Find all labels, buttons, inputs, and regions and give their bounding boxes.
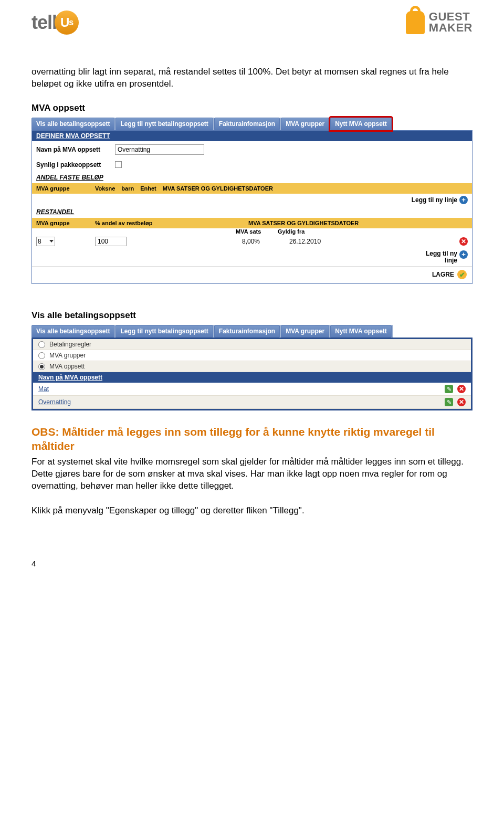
tab2-vis-alle[interactable]: Vis alle betalingsoppsett	[32, 325, 114, 338]
edit-icon[interactable]: ✎	[445, 398, 453, 406]
col-barn: barn	[121, 185, 134, 192]
intro-paragraph: overnatting blir lagt inn separat, må re…	[32, 66, 472, 90]
name-input[interactable]: Overnatting	[115, 144, 204, 155]
col2-andel: % andel av restbeløp	[95, 220, 242, 226]
lock-icon	[406, 11, 425, 34]
mva-panel: DEFINER MVA OPPSETT Navn på MVA oppsett …	[32, 130, 472, 284]
col2-gyldig: Gyldig fra	[278, 228, 304, 235]
tab2-nytt-mva[interactable]: Nytt MVA oppsett	[330, 325, 392, 338]
delete-icon[interactable]: ✕	[457, 398, 466, 406]
list-header: Navn på MVA oppsett	[33, 372, 471, 383]
logo-circle: Us	[55, 10, 79, 35]
section2-title: Vis alle betalingsoppsett	[32, 310, 472, 321]
col-gruppe: MVA gruppe	[36, 185, 89, 192]
edit-icon[interactable]: ✎	[445, 385, 453, 393]
tellus-logo: tell Us	[32, 10, 79, 35]
visible-checkbox[interactable]	[115, 161, 122, 168]
gruppe-select[interactable]: 8	[36, 237, 55, 246]
col2-gruppe: MVA gruppe	[36, 220, 89, 226]
rest-row: 8 100 8,00% 26.12.2010 ✕	[32, 235, 472, 248]
visible-label: Synlig i pakkeoppsett	[36, 161, 110, 168]
panel-header-definer: DEFINER MVA OPPSETT	[32, 131, 472, 141]
add-line-2[interactable]: Legg til ny linje +	[32, 248, 472, 266]
visible-row: Synlig i pakkeoppsett	[32, 158, 472, 172]
radio-icon	[38, 341, 45, 348]
gyldig-value: 26.12.2010	[289, 238, 321, 245]
radio-icon	[38, 363, 45, 370]
col2-satser: MVA SATSER OG GYLDIGHETSDATOER	[248, 220, 359, 226]
page-header: tell Us GUEST MAKER	[32, 10, 472, 35]
obs-body: For at systemet skal vite hvilke momsreg…	[32, 456, 472, 492]
cols1: MVA gruppe Voksne barn Enhet MVA SATSER …	[32, 183, 472, 194]
radio-icon	[38, 352, 45, 359]
list-row-mat: Mat ✎ ✕	[33, 383, 471, 396]
delete-icon[interactable]: ✕	[459, 237, 468, 246]
delete-icon[interactable]: ✕	[457, 385, 466, 393]
link-overnatting[interactable]: Overnatting	[38, 398, 71, 406]
logo-text: tell	[32, 12, 57, 34]
tab-vis-alle[interactable]: Vis alle betalingsoppsett	[32, 118, 114, 130]
radio-mva-oppsett[interactable]: MVA oppsett	[33, 361, 471, 372]
save-button[interactable]: ✔	[457, 270, 467, 279]
radio-betalingsregler[interactable]: Betalingsregler	[33, 339, 471, 350]
col2-sats: MVA sats	[236, 228, 278, 235]
obs-heading: OBS: Måltider må legges inn som tillegg …	[32, 425, 472, 453]
add-line-1[interactable]: Legg til ny linje +	[32, 194, 472, 206]
name-row: Navn på MVA oppsett Overnatting	[32, 141, 472, 158]
col-voksne: Voksne	[95, 185, 115, 192]
section1-title: MVA oppsett	[32, 103, 472, 113]
guestmaker-logo: GUEST MAKER	[406, 11, 472, 34]
tab-legg-til[interactable]: Legg til nytt betalingsoppsett	[116, 118, 213, 130]
tab2-mva-grupper[interactable]: MVA grupper	[281, 325, 329, 338]
tab2-legg-til[interactable]: Legg til nytt betalingsoppsett	[116, 325, 213, 338]
tab-nytt-mva[interactable]: Nytt MVA oppsett	[330, 118, 392, 130]
sats-value: 8,00%	[242, 238, 284, 245]
obs-body2: Klikk på menyvalg "Egenskaper og tillegg…	[32, 505, 472, 517]
tabs-bar-1: Vis alle betalingsoppsett Legg til nytt …	[32, 118, 472, 130]
col-satser: MVA SATSER OG GYLDIGHETSDATOER	[163, 185, 273, 192]
andel-input[interactable]: 100	[95, 237, 127, 246]
tab2-faktura[interactable]: Fakturainfomasjon	[214, 325, 280, 338]
page-number: 4	[32, 559, 472, 568]
link-mat[interactable]: Mat	[38, 385, 49, 393]
col-enhet: Enhet	[140, 185, 156, 192]
save-label: LAGRE	[432, 271, 454, 278]
tab-faktura[interactable]: Fakturainfomasjon	[214, 118, 280, 130]
cols2: MVA gruppe % andel av restbeløp MVA SATS…	[32, 218, 472, 228]
list-panel: Betalingsregler MVA grupper MVA oppsett …	[32, 338, 472, 410]
name-label: Navn på MVA oppsett	[36, 146, 110, 153]
tabs-bar-2: Vis alle betalingsoppsett Legg til nytt …	[32, 325, 472, 338]
gm-text: GUEST MAKER	[429, 12, 472, 34]
save-row: LAGRE ✔	[32, 266, 472, 283]
radio-mva-grupper[interactable]: MVA grupper	[33, 350, 471, 361]
plus-icon: +	[459, 250, 468, 259]
list-row-overnatting: Overnatting ✎ ✕	[33, 396, 471, 409]
fixed-heading: ANDEL FASTE BELØP	[32, 172, 472, 183]
tab-mva-grupper[interactable]: MVA grupper	[281, 118, 329, 130]
chevron-down-icon	[49, 240, 54, 243]
plus-icon: +	[459, 196, 468, 204]
rest-heading: RESTANDEL	[32, 206, 472, 218]
